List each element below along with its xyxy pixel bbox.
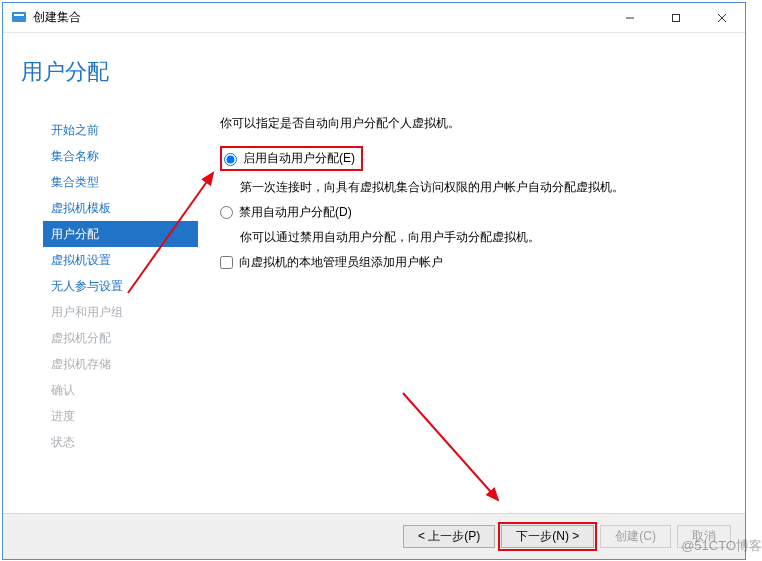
minimize-button[interactable]: [607, 3, 653, 32]
maximize-button[interactable]: [653, 3, 699, 32]
window-title: 创建集合: [33, 9, 607, 26]
nav-item-0[interactable]: 开始之前: [43, 117, 198, 143]
disable-auto-desc: 你可以通过禁用自动用户分配，向用户手动分配虚拟机。: [220, 229, 725, 246]
nav-item-3[interactable]: 虚拟机模板: [43, 195, 198, 221]
nav-item-1[interactable]: 集合名称: [43, 143, 198, 169]
prev-button[interactable]: < 上一步(P): [403, 525, 495, 548]
enable-auto-row: 启用自动用户分配(E): [220, 146, 725, 171]
svg-rect-0: [12, 12, 26, 22]
enable-auto-radio[interactable]: [224, 153, 237, 166]
nav-item-8: 虚拟机分配: [43, 325, 198, 351]
enable-auto-desc: 第一次连接时，向具有虚拟机集合访问权限的用户帐户自动分配虚拟机。: [220, 179, 725, 196]
highlight-enable-option: 启用自动用户分配(E): [220, 146, 363, 171]
add-admin-label[interactable]: 向虚拟机的本地管理员组添加用户帐户: [239, 254, 443, 271]
instruction-text: 你可以指定是否自动向用户分配个人虚拟机。: [220, 115, 725, 132]
nav-item-7: 用户和用户组: [43, 299, 198, 325]
wizard-sidebar: 用户分配 开始之前集合名称集合类型虚拟机模板用户分配虚拟机设置无人参与设置用户和…: [3, 33, 198, 513]
nav-item-11: 进度: [43, 403, 198, 429]
enable-auto-label[interactable]: 启用自动用户分配(E): [243, 150, 355, 167]
close-button[interactable]: [699, 3, 745, 32]
admin-check-row: 向虚拟机的本地管理员组添加用户帐户: [220, 254, 725, 271]
window-controls: [607, 3, 745, 32]
next-button[interactable]: 下一步(N) >: [501, 525, 594, 548]
nav-item-6[interactable]: 无人参与设置: [43, 273, 198, 299]
nav-item-10: 确认: [43, 377, 198, 403]
svg-rect-3: [673, 14, 680, 21]
svg-rect-1: [14, 14, 24, 16]
nav-item-2[interactable]: 集合类型: [43, 169, 198, 195]
cancel-button: 取消: [677, 525, 731, 548]
disable-auto-row: 禁用自动用户分配(D): [220, 204, 725, 221]
nav-item-12: 状态: [43, 429, 198, 455]
nav-item-9: 虚拟机存储: [43, 351, 198, 377]
titlebar: 创建集合: [3, 3, 745, 33]
create-button: 创建(C): [600, 525, 671, 548]
main-panel: 你可以指定是否自动向用户分配个人虚拟机。 启用自动用户分配(E) 第一次连接时，…: [198, 33, 745, 513]
nav-item-4[interactable]: 用户分配: [43, 221, 198, 247]
app-icon: [11, 10, 27, 26]
disable-auto-label[interactable]: 禁用自动用户分配(D): [239, 204, 352, 221]
nav-item-5[interactable]: 虚拟机设置: [43, 247, 198, 273]
wizard-footer: < 上一步(P) 下一步(N) > 创建(C) 取消: [3, 513, 745, 559]
page-title: 用户分配: [21, 57, 198, 87]
add-admin-checkbox[interactable]: [220, 256, 233, 269]
wizard-nav: 开始之前集合名称集合类型虚拟机模板用户分配虚拟机设置无人参与设置用户和用户组虚拟…: [21, 117, 198, 455]
disable-auto-radio[interactable]: [220, 206, 233, 219]
